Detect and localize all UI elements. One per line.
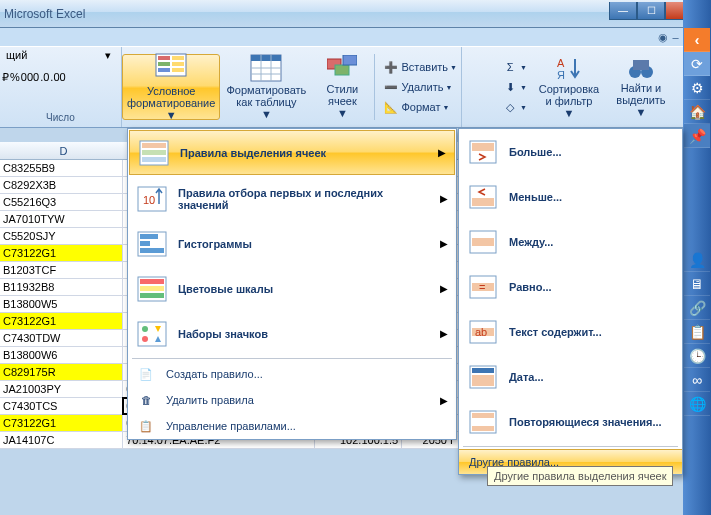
menu-top-bottom-rules[interactable]: 10 Правила отбора первых и последних зна… [128, 176, 456, 221]
format-button[interactable]: 📐Формат ▼ [379, 98, 461, 116]
conditional-formatting-button[interactable]: Условное форматирование ▼ [122, 54, 220, 120]
highlight-rules-submenu: Больше... Меньше... Между... =Равно... a… [458, 128, 683, 475]
menu-equal-to[interactable]: =Равно... [459, 264, 682, 309]
format-table-label: Форматировать как таблицу [226, 84, 306, 108]
cell[interactable]: B11932B8 [0, 279, 123, 295]
sidebar-item[interactable]: 🖥 [684, 272, 710, 296]
fill-icon: ⬇ [502, 79, 518, 95]
help-icon[interactable]: ◉ [658, 31, 668, 44]
delete-button[interactable]: ➖Удалить ▼ [379, 78, 461, 96]
sidebar-item[interactable]: 🏠 [684, 100, 710, 124]
svg-rect-39 [472, 143, 494, 151]
text-icon: ab [467, 318, 499, 346]
conditional-formatting-menu: Правила выделения ячеек ▶ 10 Правила отб… [127, 128, 457, 440]
conditional-formatting-icon [155, 53, 187, 83]
tooltip: Другие правила выделения ячеек [487, 466, 673, 486]
sidebar-item[interactable]: 🕒 [684, 344, 710, 368]
svg-rect-23 [142, 150, 166, 155]
cell[interactable]: C8292X3B [0, 177, 123, 193]
cell[interactable]: B13800W6 [0, 347, 123, 363]
increase-decimal-button[interactable]: .0 [40, 71, 49, 84]
currency-button[interactable]: ₽ [2, 71, 9, 84]
dropdown-arrow-icon: ▼ [166, 109, 177, 121]
dropdown-arrow-icon: ▼ [261, 108, 272, 120]
clear-button[interactable]: ◇▼ [498, 98, 531, 116]
combo-arrow-icon[interactable]: ▾ [105, 49, 119, 69]
col-header-d[interactable]: D [0, 142, 128, 159]
cell[interactable]: C7430TCS [0, 398, 123, 414]
menu-less-than[interactable]: Меньше... [459, 174, 682, 219]
sidebar-item[interactable]: ∞ [684, 368, 710, 392]
right-sidebar: ‹ ⟳ ⚙ 🏠 📌 👤 🖥 🔗 📋 🕒 ∞ 🌐 [683, 0, 711, 515]
menu-duplicate-values[interactable]: Повторяющиеся значения... [459, 399, 682, 444]
svg-rect-30 [140, 248, 164, 253]
menu-new-rule[interactable]: 📄Создать правило... [128, 361, 456, 387]
number-group: щий ▾ ₽ % 000 .0 .00 Число [0, 47, 122, 127]
number-format-combo[interactable]: щий [2, 49, 104, 69]
top-bottom-icon: 10 [136, 185, 168, 213]
svg-rect-20 [633, 60, 649, 70]
percent-button[interactable]: % [10, 71, 20, 84]
menu-color-scales[interactable]: Цветовые шкалы ▶ [128, 266, 456, 311]
cell[interactable]: C73122G1 [0, 415, 123, 431]
autosum-button[interactable]: Σ▼ [498, 58, 531, 76]
svg-text:А: А [557, 57, 565, 69]
decrease-decimal-button[interactable]: .00 [50, 71, 65, 84]
cell-styles-button[interactable]: Стили ячеек ▼ [312, 54, 372, 120]
sidebar-item[interactable]: ⚙ [684, 76, 710, 100]
chevron-right-icon: ▶ [440, 193, 448, 204]
cell[interactable]: JA7010TYW [0, 211, 123, 227]
menu-text-contains[interactable]: abТекст содержит... [459, 309, 682, 354]
cell[interactable]: C73122G1 [0, 245, 123, 261]
binoculars-icon [625, 56, 657, 80]
svg-rect-14 [335, 65, 349, 75]
svg-rect-52 [472, 375, 494, 386]
svg-rect-43 [472, 238, 494, 246]
sidebar-item[interactable]: ⟳ [684, 52, 710, 76]
conditional-formatting-label: Условное форматирование [127, 85, 215, 109]
svg-text:10: 10 [143, 194, 155, 206]
menu-between[interactable]: Между... [459, 219, 682, 264]
cell[interactable]: B13800W5 [0, 296, 123, 312]
svg-rect-29 [140, 241, 150, 246]
cell[interactable]: C83255B9 [0, 160, 123, 176]
sidebar-item[interactable]: 📋 [684, 320, 710, 344]
sort-filter-button[interactable]: АЯ Сортировка и фильтр ▼ [533, 54, 605, 120]
cell[interactable]: C7430TDW [0, 330, 123, 346]
find-select-button[interactable]: Найти и выделить ▼ [607, 54, 675, 120]
sidebar-item[interactable]: 👤 [684, 248, 710, 272]
svg-text:=: = [479, 281, 485, 293]
insert-button[interactable]: ➕Вставить ▼ [379, 58, 461, 76]
sigma-icon: Σ [502, 59, 518, 75]
cell[interactable]: C829175R [0, 364, 123, 380]
maximize-button[interactable]: ☐ [637, 2, 665, 20]
menu-date-occurring[interactable]: Дата... [459, 354, 682, 399]
cell[interactable]: C5520SJY [0, 228, 123, 244]
equal-icon: = [467, 273, 499, 301]
svg-rect-33 [140, 286, 164, 291]
svg-rect-34 [140, 293, 164, 298]
menu-icon-sets[interactable]: Наборы значков ▶ [128, 311, 456, 356]
menu-manage-rules[interactable]: 📋Управление правилами... [128, 413, 456, 439]
cell[interactable]: C55216Q3 [0, 194, 123, 210]
cell[interactable]: B1203TCF [0, 262, 123, 278]
sidebar-back-icon[interactable]: ‹ [684, 28, 710, 52]
ribbon-minimize-icon[interactable]: – [672, 31, 678, 43]
cell[interactable]: JA14107C [0, 432, 123, 448]
sidebar-item[interactable]: 🔗 [684, 296, 710, 320]
sidebar-item-pinned[interactable]: 📌 [684, 124, 710, 148]
cell[interactable]: C73122G1 [0, 313, 123, 329]
comma-button[interactable]: 000 [21, 71, 39, 84]
chevron-right-icon: ▶ [440, 395, 448, 406]
menu-highlight-rules[interactable]: Правила выделения ячеек ▶ [129, 130, 455, 175]
menu-data-bars[interactable]: Гистограммы ▶ [128, 221, 456, 266]
menu-greater-than[interactable]: Больше... [459, 129, 682, 174]
format-as-table-button[interactable]: Форматировать как таблицу ▼ [222, 54, 310, 120]
minimize-button[interactable]: — [609, 2, 637, 20]
menu-clear-rules[interactable]: 🗑Удалить правила▶ [128, 387, 456, 413]
date-icon [467, 363, 499, 391]
sidebar-item[interactable]: 🌐 [684, 392, 710, 416]
cell[interactable]: JA21003PY [0, 381, 123, 397]
fill-button[interactable]: ⬇▼ [498, 78, 531, 96]
svg-rect-1 [158, 56, 170, 60]
